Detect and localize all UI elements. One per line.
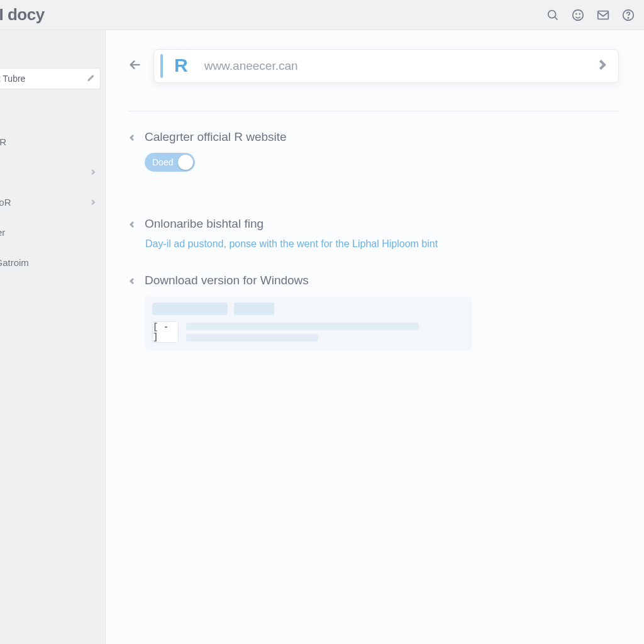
chevron-left-icon — [128, 217, 136, 231]
help-icon[interactable] — [621, 8, 635, 22]
svg-point-4 — [579, 13, 580, 14]
step-title: Calegrter official R website — [145, 130, 619, 144]
chevron-left-icon — [128, 274, 136, 287]
placeholder-lines — [186, 321, 464, 341]
main-content: R www.aneecer.can Calegrter official R w… — [106, 30, 644, 644]
step-header[interactable]: Calegrter official R website Doed — [128, 130, 619, 193]
chevron-right-icon — [90, 167, 96, 177]
chevron-right-icon — [90, 197, 96, 208]
step-header[interactable]: Download version for Windows [ - ] — [128, 274, 619, 350]
sidebar-item[interactable]: uich — [0, 316, 105, 330]
step-3: Download version for Windows [ - ] — [128, 274, 619, 350]
face-icon[interactable] — [571, 8, 585, 22]
step-title-part: Cale — [145, 130, 169, 143]
download-card: [ - ] — [145, 296, 472, 350]
step-title-part: g — [169, 130, 176, 143]
go-chevron-icon[interactable] — [597, 60, 607, 72]
step-header[interactable]: Onlonaribe bishtal fing Day-il ad puston… — [128, 217, 619, 250]
divider — [128, 111, 619, 111]
svg-point-7 — [628, 18, 628, 18]
download-card-pills — [152, 303, 464, 315]
url-bar[interactable]: R www.aneecer.can — [153, 49, 619, 83]
placeholder-pill — [152, 303, 228, 315]
sidebar-item[interactable]: riustoR — [0, 195, 105, 209]
step-title: Download version for Windows — [145, 274, 619, 287]
placeholder-pill — [234, 303, 274, 315]
step-2: Onlonaribe bishtal fing Day-il ad puston… — [128, 217, 619, 250]
svg-point-0 — [548, 10, 556, 18]
toggle-label: Doed — [152, 157, 173, 167]
app-title: tar I docy — [0, 5, 45, 25]
sidebar: em P entoR inka riustoR enger iks Gatroi… — [0, 30, 106, 644]
sidebar-item[interactable]: iks Gatroim — [0, 255, 105, 269]
back-arrow-icon[interactable] — [128, 58, 142, 74]
sidebar-item[interactable]: ise — [0, 286, 105, 299]
sidebar-item-label: riustoR — [0, 197, 11, 208]
url-prefix: R — [174, 55, 188, 76]
step-title-part: rter official R website — [176, 130, 287, 143]
sidebar-item[interactable]: enger — [0, 225, 105, 239]
toggle-switch[interactable]: Doed — [145, 153, 195, 172]
chevron-left-icon — [128, 130, 136, 144]
step-1: Calegrter official R website Doed — [128, 130, 619, 193]
step-note: Day-il ad pustond, ponse with the went f… — [145, 238, 619, 250]
svg-point-2 — [573, 9, 584, 20]
mail-icon[interactable] — [596, 8, 610, 22]
search-icon[interactable] — [546, 8, 560, 22]
top-bar: tar I docy — [0, 0, 644, 30]
sidebar-item[interactable]: P — [0, 104, 105, 118]
sidebar-section-label: em — [0, 43, 105, 63]
topbar-icon-group — [546, 8, 639, 22]
url-row: R www.aneecer.can — [128, 49, 619, 83]
sidebar-item-label: entoR — [0, 136, 6, 147]
toggle-knob — [178, 155, 193, 170]
svg-line-1 — [555, 16, 557, 19]
sidebar-item-label: iks Gatroim — [0, 257, 29, 268]
placeholder-line — [186, 334, 318, 341]
sidebar-item-label: enger — [0, 227, 5, 238]
sidebar-item[interactable]: inka — [0, 165, 105, 179]
sidebar-item[interactable]: entoR — [0, 135, 105, 148]
url-text: www.aneecer.can — [204, 59, 298, 73]
sidebar-search — [0, 68, 101, 89]
placeholder-line — [186, 323, 419, 330]
edit-icon[interactable] — [87, 74, 96, 84]
sidebar-search-input[interactable] — [0, 68, 101, 89]
sidebar-nav: P entoR inka riustoR enger iks Gatroim i… — [0, 104, 105, 330]
file-icon[interactable]: [ - ] — [152, 321, 179, 343]
download-card-body: [ - ] — [152, 321, 464, 343]
cursor-indicator — [160, 54, 163, 78]
step-title: Onlonaribe bishtal fing — [145, 217, 619, 231]
svg-rect-5 — [598, 11, 609, 19]
svg-point-3 — [576, 13, 577, 14]
